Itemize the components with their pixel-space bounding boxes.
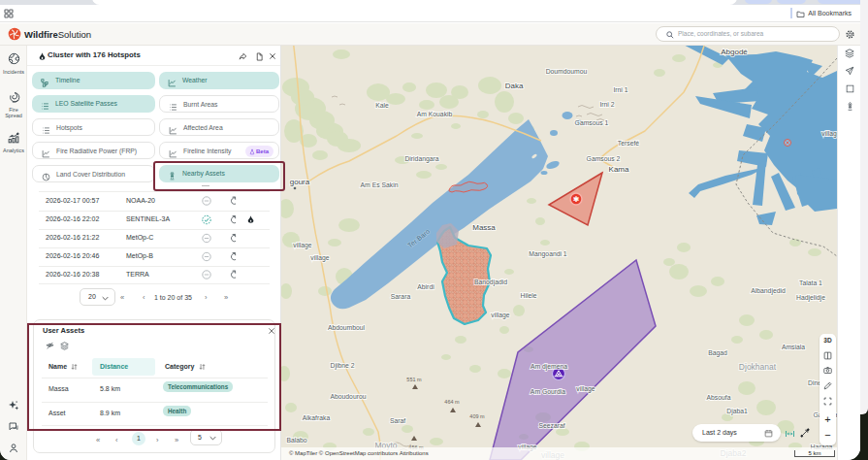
svg-text:Banodjadid: Banodjadid [474, 279, 507, 286]
svg-text:Amsiala: Amsiala [782, 344, 805, 350]
svg-text:Diridangara: Diridangara [404, 155, 438, 163]
svg-text:Tersefé: Tersefé [618, 140, 640, 147]
svg-text:464 m: 464 m [444, 399, 460, 405]
svg-text:goura: goura [290, 178, 310, 186]
svg-text:Abgodé: Abgodé [721, 48, 748, 56]
svg-text:Bagad: Bagad [708, 349, 727, 357]
svg-text:Irni 1: Irni 1 [613, 86, 627, 93]
svg-text:Djokhanat: Djokhanat [739, 362, 777, 372]
svg-text:Mangoandi 1: Mangoandi 1 [529, 250, 567, 258]
svg-text:Djaba1: Djaba1 [726, 408, 748, 415]
svg-text:Gamsous 2: Gamsous 2 [587, 155, 621, 162]
svg-text:Djibne 2: Djibne 2 [331, 362, 355, 370]
svg-text:village: village [293, 242, 311, 249]
svg-text:village: village [821, 130, 837, 138]
svg-text:✱: ✱ [573, 195, 580, 204]
svg-text:Saraf: Saraf [390, 417, 405, 424]
svg-text:Absoufa: Absoufa [707, 394, 731, 401]
svg-text:Am Gourdia: Am Gourdia [530, 388, 565, 395]
svg-text:Abirdi: Abirdi [417, 283, 434, 290]
svg-text:409 m: 409 m [469, 413, 485, 419]
svg-text:Talata 1: Talata 1 [799, 279, 822, 286]
svg-text:Doumdoumou: Doumdoumou [546, 68, 588, 75]
svg-text:Gamsous 1: Gamsous 1 [575, 119, 609, 126]
svg-text:Am Kouakib: Am Kouakib [417, 111, 453, 117]
svg-text:Hilele: Hilele [521, 292, 537, 299]
svg-text:Albandjedid: Albandjedid [751, 287, 786, 295]
svg-text:551 m: 551 m [406, 377, 422, 382]
svg-text:Hadjelidje: Hadjelidje [796, 294, 825, 302]
svg-text:Alkafraka: Alkafraka [303, 414, 331, 421]
svg-text:Aboudourou: Aboudourou [330, 393, 366, 400]
svg-text:Kale: Kale [375, 102, 389, 109]
svg-text:Massa: Massa [472, 223, 496, 232]
svg-text:Sarara: Sarara [391, 293, 411, 300]
svg-text:Am Es Sakin: Am Es Sakin [361, 181, 399, 188]
svg-text:Am djemena: Am djemena [530, 363, 567, 371]
svg-text:Balabo: Balabo [286, 437, 306, 444]
svg-text:Seezaraf: Seezaraf [538, 422, 564, 429]
svg-text:Irni 2: Irni 2 [599, 101, 614, 108]
svg-text:village: village [491, 312, 509, 319]
svg-text:village: village [310, 254, 329, 262]
svg-text:village: village [576, 385, 595, 393]
svg-text:Daka: Daka [505, 82, 524, 90]
svg-text:Kama: Kama [609, 165, 629, 174]
svg-text:Abdoumboul: Abdoumboul [328, 324, 366, 331]
